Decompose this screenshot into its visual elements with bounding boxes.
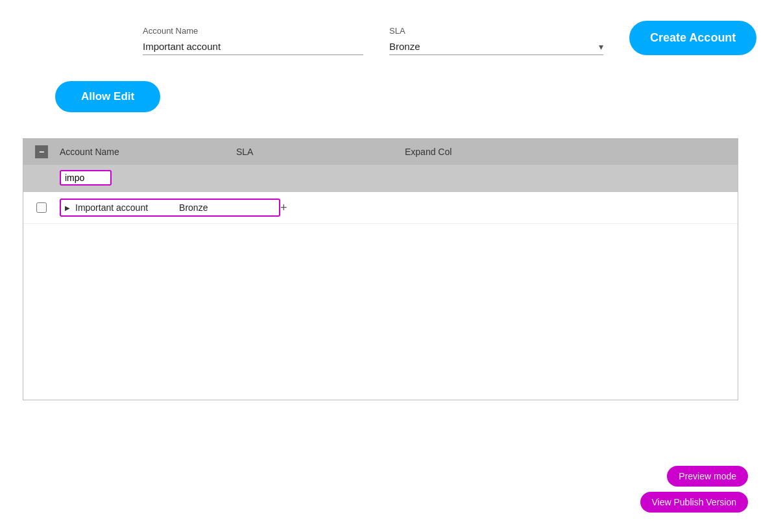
row-account-name-cell: ▶ Important account Bronze [54, 199, 280, 217]
row-account-name-text: Important account [75, 202, 148, 213]
top-form: Account Name SLA Bronze Silver Gold ▾ Cr… [0, 0, 761, 68]
row-checkbox[interactable] [36, 202, 47, 213]
preview-mode-button[interactable]: Preview mode [667, 466, 748, 487]
row-checkbox-col [29, 202, 54, 213]
view-publish-version-button[interactable]: View Publish Version [640, 492, 748, 513]
account-name-field: Account Name [143, 26, 363, 55]
account-name-input[interactable] [143, 38, 363, 55]
account-name-label: Account Name [143, 26, 363, 36]
row-name-sla-highlighted: ▶ Important account Bronze [60, 199, 280, 217]
sla-select[interactable]: Bronze Silver Gold [389, 41, 599, 52]
create-account-button[interactable]: Create Account [629, 21, 756, 55]
header-expand-col: Expand Col [405, 147, 732, 157]
header-checkbox-col [29, 145, 54, 158]
row-expand-col-cell[interactable]: + [280, 201, 732, 215]
data-table: Account Name SLA Expand Col ▶ Important … [23, 138, 738, 400]
bottom-buttons: Preview mode View Publish Version [640, 466, 748, 513]
sla-field: SLA Bronze Silver Gold ▾ [389, 26, 603, 55]
header-account-name: Account Name [54, 147, 236, 157]
sla-select-container[interactable]: Bronze Silver Gold ▾ [389, 38, 603, 55]
row-expand-arrow-icon[interactable]: ▶ [65, 204, 70, 212]
expand-plus-icon: + [280, 201, 287, 214]
table-header: Account Name SLA Expand Col [23, 139, 738, 165]
allow-edit-button[interactable]: Allow Edit [55, 81, 160, 112]
select-all-minus-icon[interactable] [35, 145, 48, 158]
row-sla-text: Bronze [153, 202, 244, 213]
chevron-down-icon: ▾ [599, 42, 603, 52]
account-name-filter-input[interactable] [60, 170, 112, 186]
filter-input-wrapper [54, 170, 236, 186]
header-sla: SLA [236, 147, 405, 157]
table-row: ▶ Important account Bronze + [23, 192, 738, 224]
allow-edit-section: Allow Edit [0, 68, 761, 125]
filter-row [23, 165, 738, 192]
sla-label: SLA [389, 26, 603, 36]
table-body: ▶ Important account Bronze + [23, 192, 738, 400]
